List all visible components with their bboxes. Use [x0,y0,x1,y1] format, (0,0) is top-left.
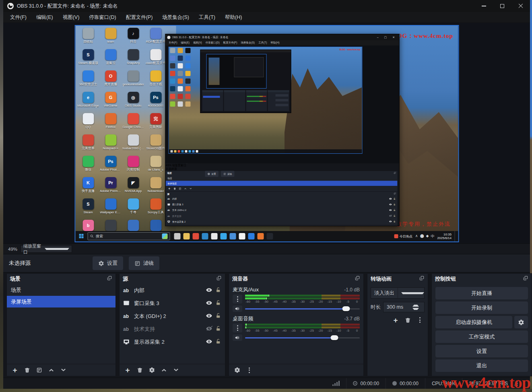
mute-button[interactable] [233,334,242,341]
remove-source-button[interactable] [172,225,177,226]
lock-icon[interactable] [215,287,221,294]
source-item[interactable]: 窗口采集 3 [120,297,225,310]
transition-menu-button[interactable] [415,316,425,324]
studio-mode-button[interactable]: 工作室模式 [435,330,528,343]
menu-item[interactable]: 配置文件(P) [222,41,239,45]
start-streaming-button[interactable]: 开始直播 [435,287,528,299]
desktop-icon[interactable]: 完美世界 [77,133,99,155]
taskbar-app-icon[interactable] [220,233,227,239]
desktop-icon[interactable]: 360安全卫士 [77,69,99,91]
desktop-icon[interactable]: 闪剪控制 [122,155,144,176]
slider-handle[interactable] [331,335,338,340]
eye-icon[interactable] [389,197,392,201]
titlebar[interactable]: OBS 31.0.0 - 配置文件: 未命名 - 场景: 未命名 [3,0,530,12]
scene-down-button[interactable] [188,187,193,191]
desktop-icon[interactable]: Firefox [99,112,122,133]
eye-icon[interactable] [206,312,212,320]
scene-filters-button[interactable] [34,366,44,375]
zoom-fit-select[interactable]: 缩放至窗口 [21,245,72,253]
mixer-menu-button[interactable] [244,366,254,375]
lock-icon[interactable] [215,300,221,307]
preview-canvas[interactable]: BLOG：www.4cm.top 教学专用，禁止外流 回收站team♪抖音RDP… [74,25,459,242]
lock-icon[interactable] [393,203,396,206]
transitions-header[interactable]: 转场动画 [367,274,428,284]
virtual-camera-config-button[interactable] [514,316,528,328]
source-item[interactable]: ab技术支持 [120,323,225,336]
scene-filters-button[interactable] [177,187,182,191]
desktop-icon[interactable]: StoreOS固件 [144,133,167,155]
source-item[interactable]: ab文本 (GDI+) 2 [165,208,397,213]
taskbar-app-icon[interactable] [202,233,208,239]
channel-menu-button[interactable] [233,324,242,332]
zoom-fit-select[interactable]: 缩放至窗口 [172,163,188,167]
menu-item[interactable]: 视图(V) [58,12,84,23]
tray-hotspot[interactable]: 今日热点 [394,234,412,239]
preview-area[interactable]: BLOG：www.4cm.top 教学专用，禁止外流 回收站team♪抖音RDP… [3,23,530,243]
popout-icon[interactable] [216,275,222,283]
taskbar-app-icon[interactable] [211,233,217,239]
taskbar-app-icon[interactable] [174,233,180,239]
popout-icon[interactable] [107,275,112,283]
transition-select[interactable]: 淡入淡出 [371,287,425,299]
source-properties-button[interactable]: 设置 [93,256,123,270]
source-properties-gear-button[interactable] [147,366,157,375]
start-button[interactable] [75,231,87,241]
add-source-button[interactable]: + [123,366,132,375]
popout-icon[interactable] [355,275,360,283]
popout-icon[interactable] [419,275,425,283]
remove-scene-button[interactable] [172,187,177,191]
menu-item[interactable]: 工具(T) [257,41,268,45]
remove-scene-button[interactable] [22,366,32,375]
start-virtual-camera-button[interactable]: 启动虚拟摄像机 [435,316,512,328]
eye-icon[interactable] [206,287,212,295]
eye-icon[interactable] [206,299,212,307]
desktop-icon[interactable]: ♪抖音 [122,27,144,48]
scene-down-button[interactable] [58,366,68,375]
desktop-icon[interactable]: PsAdobe Photosh.. [99,155,122,176]
source-properties-gear-button[interactable] [177,225,182,226]
taskbar-app-icon[interactable] [229,233,236,239]
menu-item[interactable]: 编辑(E) [32,12,58,23]
lock-icon[interactable] [215,338,221,346]
desktop-icon[interactable]: de Lfans_c [144,155,167,176]
menu-item[interactable]: 文件(F) [6,12,31,23]
desktop-icon[interactable]: 迅雷下载 [144,69,167,91]
desktop-icon[interactable]: 完完美国际 [144,112,167,133]
desktop-icon[interactable]: GWeGame [99,91,122,112]
slider-handle[interactable] [342,306,350,311]
menu-item[interactable]: 停靠窗口(D) [204,41,221,45]
eye-off-icon[interactable] [389,214,392,218]
scene-item[interactable]: 录屏场景 [165,181,397,186]
lock-icon[interactable] [215,326,221,333]
add-transition-button[interactable]: + [391,316,400,324]
scene-item[interactable]: 场景 [165,175,397,181]
eye-icon[interactable] [389,220,392,224]
popout-icon[interactable] [393,192,396,196]
taskbar-app-icon[interactable] [183,233,190,239]
desktop-icon[interactable]: RDP配置文件 [144,27,167,48]
taskbar-app-icon[interactable] [192,233,199,239]
advanced-audio-button[interactable] [232,366,242,375]
menu-item[interactable]: 文件(F) [167,41,179,45]
eye-icon[interactable] [206,338,212,346]
start-recording-button[interactable]: 开始录制 [435,301,528,314]
maximize-button[interactable] [493,0,511,12]
taskbar-app-icon[interactable] [248,233,254,239]
source-item[interactable]: ab内部 [165,196,397,202]
desktop-icon[interactable]: eMicrosoft Edge [77,91,99,112]
desktop-icon[interactable]: Notepad++ [99,133,122,155]
menu-item[interactable]: 配置文件(P) [122,12,157,23]
desktop-icon[interactable]: 蓝奏云 [99,48,122,69]
desktop-icon[interactable]: 千寻 [122,197,144,219]
source-item[interactable]: 显示器采集 2 [165,219,397,225]
spin-down-button[interactable] [412,308,419,310]
remove-source-button[interactable] [135,366,144,375]
desktop-icon[interactable]: clash配置文件 [144,48,167,69]
remove-transition-button[interactable] [403,316,412,324]
tray-icon[interactable]: ⬤ [420,234,424,239]
source-down-button[interactable] [171,366,181,375]
source-properties-button[interactable]: 设置 [205,171,218,177]
volume-slider[interactable] [245,335,360,340]
show-desktop-button[interactable] [454,231,456,241]
desktop-icon[interactable]: 回收站 [77,27,99,48]
